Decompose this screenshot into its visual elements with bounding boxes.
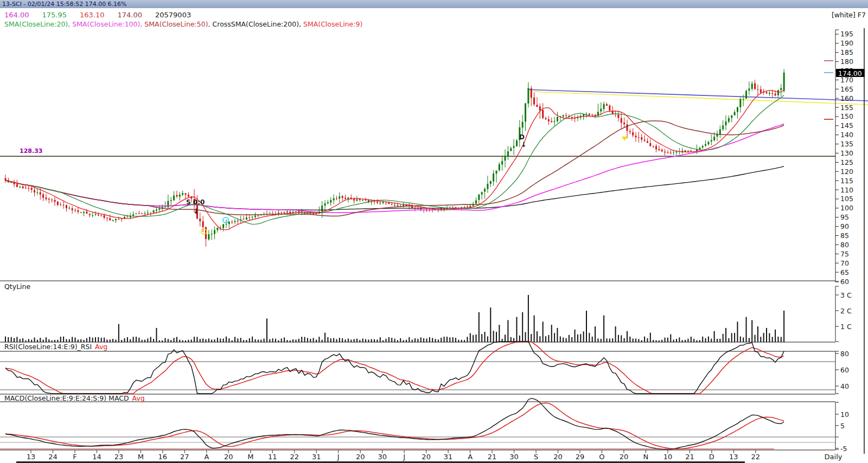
- svg-text:13: 13: [729, 453, 738, 461]
- svg-text:10: 10: [663, 453, 673, 461]
- svg-text:13: 13: [27, 453, 36, 461]
- svg-text:128.33: 128.33: [20, 147, 42, 155]
- svg-text:↓: ↓: [193, 207, 199, 215]
- svg-text:23: 23: [114, 453, 124, 461]
- svg-text:105: 105: [840, 195, 853, 203]
- svg-text:65: 65: [840, 268, 849, 276]
- svg-text:20: 20: [224, 453, 233, 461]
- trading-chart-window: 13-SCI - 02/01/24 15:58:52 174.00 6.16% …: [0, 0, 868, 463]
- svg-text:3 C: 3 C: [840, 291, 852, 299]
- chart-canvas[interactable]: 128.331951901851801751701651601551501451…: [0, 0, 868, 463]
- svg-text:30: 30: [509, 453, 519, 461]
- svg-text:90: 90: [840, 222, 849, 230]
- svg-text:190: 190: [840, 39, 853, 47]
- svg-text:20: 20: [620, 453, 629, 461]
- svg-text:27: 27: [180, 453, 189, 461]
- svg-text:120: 120: [840, 168, 853, 176]
- svg-text:5: 5: [840, 422, 845, 430]
- svg-text:95: 95: [840, 213, 849, 221]
- svg-text:A: A: [468, 453, 473, 461]
- svg-text:20: 20: [553, 453, 563, 461]
- svg-text:174.00: 174.00: [838, 69, 862, 78]
- svg-text:60: 60: [840, 366, 849, 374]
- svg-text:85: 85: [840, 232, 849, 240]
- svg-text:60: 60: [840, 278, 849, 286]
- svg-text:29: 29: [576, 453, 585, 461]
- svg-text:M: M: [247, 453, 253, 461]
- svg-text:1 C: 1 C: [840, 323, 852, 331]
- svg-text:110: 110: [840, 186, 853, 194]
- svg-text:M: M: [138, 453, 144, 461]
- svg-text:A: A: [204, 453, 209, 461]
- svg-text:F: F: [73, 453, 76, 461]
- svg-text:S: S: [534, 453, 538, 461]
- svg-text:70: 70: [840, 259, 849, 267]
- svg-text:130: 130: [840, 149, 853, 157]
- svg-text:J: J: [337, 453, 340, 461]
- svg-text:24: 24: [48, 453, 58, 461]
- svg-text:S 0:0: S 0:0: [186, 198, 205, 206]
- svg-text:150: 150: [840, 112, 853, 120]
- svg-text:195: 195: [840, 30, 853, 38]
- svg-text:40: 40: [840, 382, 849, 390]
- svg-text:16: 16: [158, 453, 168, 461]
- svg-text:11: 11: [268, 453, 277, 461]
- svg-text:↓: ↓: [521, 140, 527, 149]
- svg-text:10: 10: [840, 410, 849, 419]
- svg-text:14: 14: [92, 453, 101, 461]
- svg-text:22: 22: [290, 453, 299, 461]
- svg-text:O: O: [599, 453, 604, 461]
- svg-text:D: D: [519, 133, 525, 141]
- svg-text:160: 160: [840, 94, 853, 102]
- svg-text:20: 20: [422, 453, 431, 461]
- svg-text:30: 30: [378, 453, 387, 461]
- svg-text:80: 80: [840, 241, 849, 249]
- svg-text:2 C: 2 C: [840, 307, 852, 315]
- svg-text:165: 165: [840, 85, 853, 93]
- svg-text:21: 21: [685, 453, 694, 461]
- svg-text:125: 125: [840, 158, 853, 166]
- svg-text:80: 80: [840, 350, 849, 358]
- svg-text:140: 140: [840, 131, 853, 139]
- svg-text:J: J: [403, 453, 405, 461]
- svg-text:135: 135: [840, 140, 853, 148]
- svg-text:31: 31: [312, 453, 321, 461]
- svg-text:21: 21: [488, 453, 497, 461]
- svg-text:Daily: Daily: [825, 453, 843, 461]
- svg-text:155: 155: [840, 104, 853, 112]
- svg-text:N: N: [643, 453, 649, 461]
- svg-text:180: 180: [840, 57, 853, 66]
- svg-text:100: 100: [840, 204, 853, 212]
- svg-text:-5: -5: [840, 445, 847, 453]
- svg-text:20: 20: [356, 453, 365, 461]
- svg-text:185: 185: [840, 48, 853, 56]
- svg-text:115: 115: [840, 177, 853, 185]
- svg-text:D: D: [709, 453, 714, 461]
- svg-text:75: 75: [840, 250, 849, 258]
- svg-text:31: 31: [444, 453, 453, 461]
- svg-text:22: 22: [751, 453, 761, 461]
- svg-text:145: 145: [840, 121, 853, 130]
